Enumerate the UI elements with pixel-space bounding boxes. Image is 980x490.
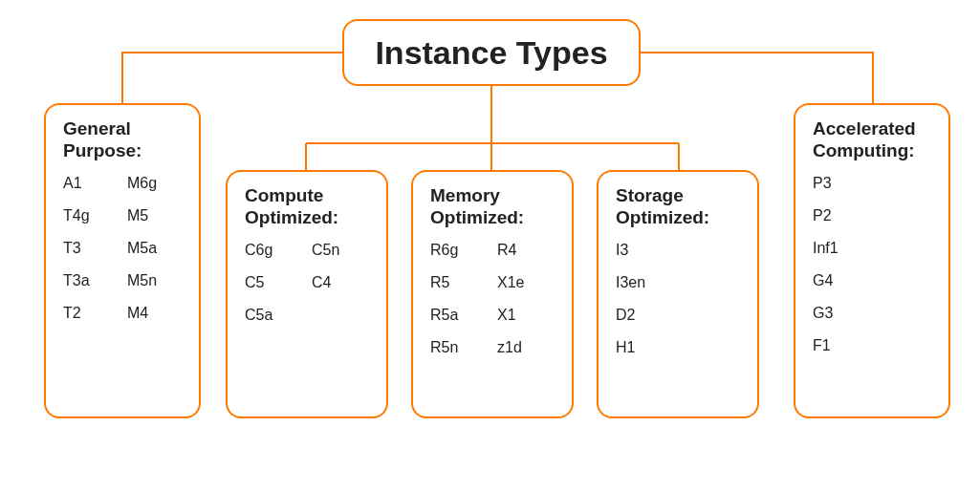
item-label: M6g — [127, 176, 182, 191]
diagram-canvas: Instance Types General Purpose: A1 M6g T… — [0, 0, 980, 490]
item-label: T2 — [63, 306, 118, 321]
item-label: T4g — [63, 208, 118, 224]
item-label: G3 — [813, 306, 931, 321]
item-label: M5n — [127, 273, 182, 288]
item-label: D2 — [616, 308, 740, 323]
item-label — [312, 308, 369, 323]
item-label: M4 — [127, 306, 182, 321]
item-label: M5a — [127, 241, 182, 256]
item-label: z1d — [497, 340, 555, 355]
item-label: F1 — [813, 338, 931, 353]
item-label: I3 — [616, 243, 740, 258]
category-accelerated: Accelerated Computing: P3 P2 Inf1 G4 G3 … — [794, 103, 950, 418]
root-title: Instance Types — [375, 34, 607, 72]
item-label: C6g — [245, 243, 302, 258]
category-title: Compute Optimized: — [245, 185, 369, 229]
category-title: General Purpose: — [63, 118, 182, 162]
item-label: X1 — [497, 308, 555, 323]
item-label: G4 — [813, 273, 931, 288]
category-memory: Memory Optimized: R6g R4 R5 X1e R5a X1 R… — [411, 170, 574, 418]
item-label: P2 — [813, 208, 931, 224]
root-node: Instance Types — [342, 19, 641, 86]
item-label: C5n — [312, 243, 369, 258]
item-label: R4 — [497, 243, 555, 258]
item-label: I3en — [616, 275, 740, 290]
item-label: M5 — [127, 208, 182, 224]
item-label: R5n — [430, 340, 488, 355]
item-label: H1 — [616, 340, 740, 355]
category-items: C6g C5n C5 C4 C5a — [245, 243, 369, 323]
category-title: Memory Optimized: — [430, 185, 555, 229]
item-label: P3 — [813, 176, 931, 191]
item-label: A1 — [63, 176, 118, 191]
item-label: C5 — [245, 275, 302, 290]
item-label: R5a — [430, 308, 488, 323]
category-title: Accelerated Computing: — [813, 118, 931, 162]
category-items: A1 M6g T4g M5 T3 M5a T3a M5n T2 M4 — [63, 176, 182, 321]
item-label: T3a — [63, 273, 118, 288]
category-compute: Compute Optimized: C6g C5n C5 C4 C5a — [226, 170, 388, 418]
item-label: C5a — [245, 308, 302, 323]
item-label: T3 — [63, 241, 118, 256]
category-storage: Storage Optimized: I3 I3en D2 H1 — [597, 170, 759, 418]
item-label: Inf1 — [813, 241, 931, 256]
item-label: X1e — [497, 275, 555, 290]
item-label: R6g — [430, 243, 488, 258]
category-general: General Purpose: A1 M6g T4g M5 T3 M5a T3… — [44, 103, 201, 418]
category-items: P3 P2 Inf1 G4 G3 F1 — [813, 176, 931, 353]
category-title: Storage Optimized: — [616, 185, 740, 229]
item-label: R5 — [430, 275, 488, 290]
item-label: C4 — [312, 275, 369, 290]
category-items: R6g R4 R5 X1e R5a X1 R5n z1d — [430, 243, 555, 355]
category-items: I3 I3en D2 H1 — [616, 243, 740, 355]
